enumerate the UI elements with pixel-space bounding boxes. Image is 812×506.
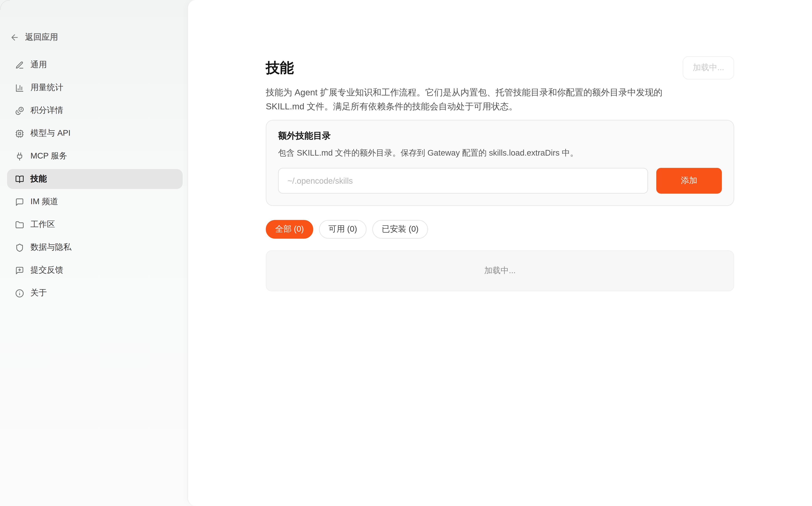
sidebar-item-label: 通用 (30, 60, 47, 70)
sidebar-item-skills[interactable]: 技能 (7, 169, 182, 189)
sidebar-item-label: 用量统计 (30, 82, 63, 93)
sidebar-item-workspace[interactable]: 工作区 (7, 215, 182, 235)
sidebar-item-label: 技能 (30, 174, 47, 184)
bar-chart-icon (15, 83, 24, 92)
loading-status-badge[interactable]: 加载中... (683, 56, 734, 80)
sidebar: 返回应用 通用 用量统计 积分详情 模型与 API MCP 服务 技能 IM 频… (0, 0, 196, 506)
directory-input[interactable] (278, 168, 648, 194)
sidebar-item-label: 数据与隐私 (30, 242, 71, 253)
sidebar-item-label: 提交反馈 (30, 265, 63, 275)
skill-list-loading-box: 加载中... (266, 250, 734, 291)
sidebar-item-label: 积分详情 (30, 105, 63, 116)
main-panel: 技能 加载中... 技能为 Agent 扩展专业知识和工作流程。它们是从内置包、… (187, 0, 812, 506)
sidebar-item-label: 工作区 (30, 219, 55, 230)
sidebar-item-label: 模型与 API (30, 128, 70, 139)
settings-window: 返回应用 通用 用量统计 积分详情 模型与 API MCP 服务 技能 IM 频… (0, 0, 812, 506)
message-square-icon (15, 197, 24, 206)
skill-filters: 全部 (0)可用 (0)已安装 (0) (266, 220, 734, 239)
card-description: 包含 SKILL.md 文件的额外目录。保存到 Gateway 配置的 skil… (278, 147, 722, 159)
page-header: 技能 加载中... (266, 56, 734, 80)
filter-pill-available[interactable]: 可用 (0) (319, 220, 366, 239)
sidebar-item-usage-stats[interactable]: 用量统计 (7, 78, 182, 98)
back-to-app-label: 返回应用 (25, 32, 58, 43)
page-description: 技能为 Agent 扩展专业知识和工作流程。它们是从内置包、托管技能目录和你配置… (266, 85, 676, 113)
sidebar-item-label: MCP 服务 (30, 151, 67, 161)
sidebar-item-models-api[interactable]: 模型与 API (7, 123, 182, 143)
pen-line-icon (15, 61, 24, 69)
sidebar-nav: 通用 用量统计 积分详情 模型与 API MCP 服务 技能 IM 频道 工作区… (7, 55, 182, 303)
back-to-app-button[interactable]: 返回应用 (10, 32, 58, 43)
folder-icon (15, 220, 24, 229)
sidebar-item-privacy[interactable]: 数据与隐私 (7, 238, 182, 257)
plug-icon (15, 152, 24, 161)
card-title: 额外技能目录 (278, 130, 722, 142)
sidebar-item-label: IM 频道 (30, 196, 58, 207)
add-button[interactable]: 添加 (656, 168, 722, 194)
sidebar-item-label: 关于 (30, 288, 47, 298)
arrow-left-icon (10, 33, 19, 42)
skills-page: 技能 加载中... 技能为 Agent 扩展专业知识和工作流程。它们是从内置包、… (266, 0, 734, 291)
coins-icon (15, 106, 24, 115)
page-title: 技能 (266, 59, 294, 77)
sidebar-item-im-channels[interactable]: IM 频道 (7, 192, 182, 212)
add-directory-row: 添加 (278, 168, 722, 194)
cpu-icon (15, 129, 24, 138)
extra-skill-dirs-card: 额外技能目录 包含 SKILL.md 文件的额外目录。保存到 Gateway 配… (266, 120, 734, 206)
sidebar-item-feedback[interactable]: 提交反馈 (7, 260, 182, 280)
shield-icon (15, 243, 24, 252)
skill-list-loading-text: 加载中... (484, 266, 516, 276)
sidebar-item-mcp[interactable]: MCP 服务 (7, 146, 182, 166)
message-square-plus-icon (15, 266, 24, 275)
sidebar-item-about[interactable]: 关于 (7, 283, 182, 303)
filter-pill-all[interactable]: 全部 (0) (266, 220, 313, 239)
sidebar-item-credits[interactable]: 积分详情 (7, 101, 182, 120)
sidebar-item-general[interactable]: 通用 (7, 55, 182, 75)
filter-pill-installed[interactable]: 已安装 (0) (372, 220, 428, 239)
info-icon (15, 289, 24, 298)
book-open-icon (15, 175, 24, 183)
